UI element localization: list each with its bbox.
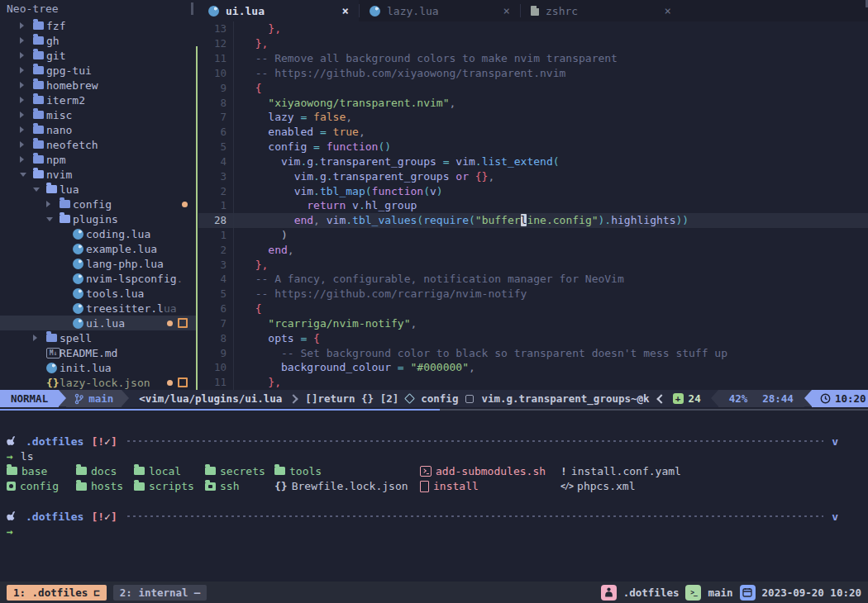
- object-icon: [404, 393, 415, 404]
- tree-item-readme-md[interactable]: M↓README.md: [0, 345, 196, 360]
- tree-item-lazy-lock-json[interactable]: {}lazy-lock.json: [0, 375, 196, 390]
- chevron-right-icon[interactable]: [20, 141, 24, 148]
- code-line[interactable]: 9 {: [198, 80, 868, 95]
- code-line[interactable]: 2 end,: [198, 242, 868, 257]
- tmux-window-1-dotfiles[interactable]: 1: .dotfiles⊏: [7, 585, 107, 601]
- line-number: 11: [198, 376, 227, 388]
- chevron-down-icon[interactable]: [20, 173, 26, 177]
- tab-ui-lua[interactable]: ui.lua×: [198, 0, 359, 21]
- tree-item-fzf[interactable]: fzf: [0, 18, 196, 33]
- tree-item-neofetch[interactable]: neofetch: [0, 137, 196, 152]
- breadcrumb-context: []return {} [2]: [305, 392, 398, 405]
- chevron-right-icon[interactable]: [33, 335, 37, 341]
- tree-item-iterm2[interactable]: iterm2: [0, 93, 196, 107]
- line-number: 3: [198, 170, 227, 183]
- register-indicator: ~@k: [631, 392, 650, 405]
- code-line[interactable]: 5 config = function(): [198, 140, 868, 154]
- modified-dot-icon: [167, 380, 173, 386]
- cursor-line[interactable]: →: [7, 524, 868, 539]
- tree-item-tools-lua[interactable]: tools.lua: [0, 286, 196, 301]
- code-line[interactable]: 4 vim.g.transparent_groups = vim.list_ex…: [198, 154, 868, 169]
- neotree-scrollbar-thumb[interactable]: [191, 2, 193, 15]
- folder-icon: [7, 467, 17, 475]
- chevron-down-icon[interactable]: [46, 217, 53, 221]
- tmux-session-name[interactable]: .dotfiles: [623, 586, 680, 599]
- code-line[interactable]: 13 },: [198, 21, 868, 36]
- chevron-right-icon[interactable]: [20, 82, 24, 88]
- code-line[interactable]: 8 "xiyaowong/transparent.nvim",: [198, 95, 868, 110]
- tree-item-treesitter-l[interactable]: treesitter.lua: [0, 301, 196, 316]
- code-line[interactable]: 1 return v.hl_group: [198, 198, 868, 213]
- chevron-right-icon[interactable]: [20, 126, 24, 133]
- entry-label: base: [21, 465, 47, 477]
- tree-item-git[interactable]: git: [0, 48, 196, 63]
- code-line[interactable]: 9 -- Set background color to black so tr…: [198, 345, 868, 360]
- code-line[interactable]: 10 -- https://github.com/xiyaowong/trans…: [198, 65, 868, 80]
- tree-item-coding-lua[interactable]: coding.lua: [0, 226, 196, 241]
- tree-item-gh[interactable]: gh: [0, 33, 196, 48]
- tab-lazy-lua[interactable]: lazy.lua×: [360, 0, 520, 21]
- tree-item-config[interactable]: config: [0, 197, 196, 211]
- code-line[interactable]: 7 lazy = false,: [198, 110, 868, 125]
- code-line[interactable]: 3 vim.g.transparent_groups or {},: [198, 169, 868, 183]
- code-line[interactable]: 11 -- Remove all background colors to ma…: [198, 51, 868, 66]
- tree-item-plugins[interactable]: plugins: [0, 211, 196, 226]
- chevron-right-icon[interactable]: [20, 52, 24, 59]
- shell-pane[interactable]: .dotfiles [!✓] v → ls basedocslocalsecre…: [0, 412, 868, 582]
- chevron-right-icon[interactable]: [20, 67, 24, 74]
- chevron-right-icon[interactable]: [46, 201, 50, 207]
- neotree-title: Neo-tree: [0, 0, 196, 18]
- tree-item-lang-php-lua[interactable]: lang-php.lua: [0, 256, 196, 271]
- code-line[interactable]: 5 -- https://github.com/rcarriga/nvim-no…: [198, 287, 868, 302]
- tmux-window-2-internal[interactable]: 2: internal–: [113, 585, 207, 601]
- chevron-down-icon[interactable]: [33, 188, 40, 192]
- entry-secrets: secrets: [205, 463, 265, 478]
- tab-zshrc[interactable]: zshrc×: [521, 0, 681, 21]
- code-line[interactable]: 4 -- A fancy, configurable, notification…: [198, 272, 868, 287]
- modified-dot-icon: [167, 320, 173, 326]
- code-line[interactable]: 1 ): [198, 228, 868, 243]
- code-line[interactable]: 7 "rcarriga/nvim-notify",: [198, 316, 868, 331]
- tree-item-spell[interactable]: spell: [0, 330, 196, 345]
- chevron-right-icon[interactable]: [20, 22, 24, 29]
- code-line[interactable]: 2 vim.tbl_map(function(v): [198, 183, 868, 198]
- command-text: ls: [21, 450, 34, 463]
- tree-item-init-lua[interactable]: init.lua: [0, 360, 196, 375]
- folder-icon: [33, 140, 44, 149]
- chevron-right-icon[interactable]: [20, 156, 24, 163]
- tree-item-lua[interactable]: lua: [0, 182, 196, 197]
- chevron-right-icon[interactable]: [20, 97, 24, 103]
- file-icon: [531, 6, 539, 16]
- tree-item-example-lua[interactable]: example.lua: [0, 241, 196, 256]
- breadcrumb-symbol: vim.g.transparent_groups: [481, 392, 631, 405]
- tree-item-misc[interactable]: misc: [0, 107, 196, 122]
- tree-item-gpg-tui[interactable]: gpg-tui: [0, 63, 196, 78]
- folder-icon: [134, 467, 145, 475]
- git-branch-segment[interactable]: main: [66, 390, 122, 407]
- tree-item-npm[interactable]: npm: [0, 152, 196, 167]
- code-line[interactable]: 3 },: [198, 257, 868, 272]
- code-line[interactable]: 12 },: [198, 36, 868, 51]
- code-line[interactable]: 6 enabled = true,: [198, 125, 868, 140]
- tree-item-ui-lua[interactable]: ui.lua: [0, 316, 196, 330]
- entry-label: config: [20, 480, 59, 492]
- tree-item-homebrew[interactable]: homebrew: [0, 78, 196, 93]
- code-line[interactable]: 28 end, vim.tbl_values(require("bufferli…: [198, 213, 868, 228]
- code-line[interactable]: 8 opts = {: [198, 330, 868, 345]
- tree-item-label: gpg-tui: [46, 64, 92, 77]
- tree-item-nvim-lspconfig[interactable]: nvim-lspconfig.: [0, 271, 196, 286]
- close-icon[interactable]: ×: [665, 4, 671, 17]
- entry-label: install.conf.yaml: [571, 465, 681, 477]
- tree-item-label: treesitter.l: [86, 302, 164, 315]
- code-line[interactable]: 11 },: [198, 375, 868, 390]
- entry-install: install: [420, 479, 479, 494]
- tree-item-nano[interactable]: nano: [0, 122, 196, 137]
- line-number: 7: [198, 317, 227, 330]
- chevron-right-icon[interactable]: [20, 37, 24, 44]
- close-icon[interactable]: ×: [503, 4, 510, 17]
- code-line[interactable]: 10 background_colour = "#000000",: [198, 360, 868, 375]
- code-line[interactable]: 6 {: [198, 302, 868, 316]
- chevron-right-icon[interactable]: [20, 112, 24, 118]
- close-icon[interactable]: ×: [342, 4, 349, 17]
- tree-item-nvim[interactable]: nvim: [0, 167, 196, 182]
